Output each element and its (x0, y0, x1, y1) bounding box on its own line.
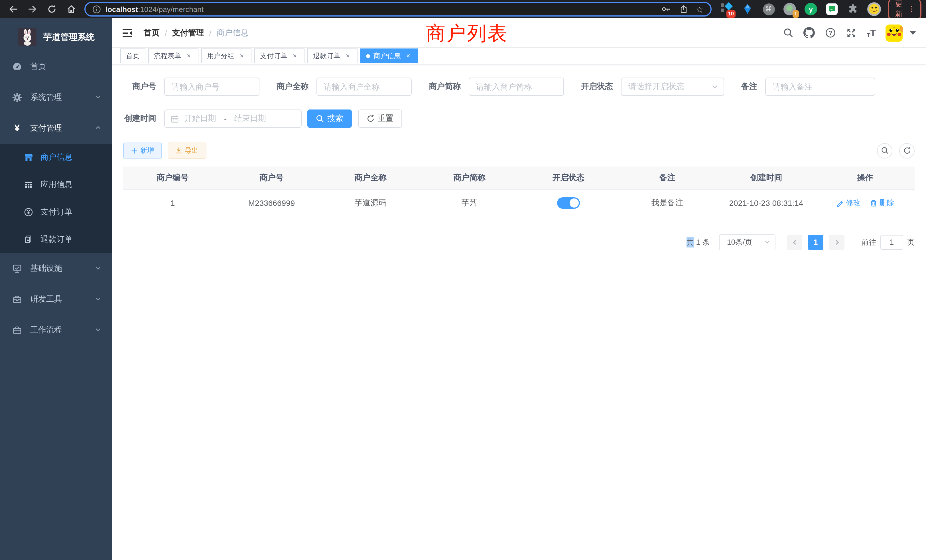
pagination-total: 共1条 (687, 237, 710, 247)
extension-gem-icon[interactable] (741, 2, 754, 16)
sidebar-item-infrastructure[interactable]: 基础设施 (0, 253, 112, 284)
logo-row[interactable]: 芋道管理系统 (0, 18, 112, 50)
col-short-name: 商户简称 (420, 166, 519, 189)
gear-icon (12, 92, 22, 103)
github-icon[interactable] (803, 27, 815, 38)
extension-profile-icon[interactable]: 1 (783, 2, 797, 16)
add-button[interactable]: 新增 (123, 142, 162, 159)
col-merchant-no: 商户号 (222, 166, 321, 189)
reload-icon[interactable] (47, 4, 57, 14)
extension-chat-icon[interactable] (825, 2, 839, 16)
page-size-select[interactable]: 10条/页 (719, 234, 775, 250)
short-name-input[interactable] (469, 77, 564, 96)
breadcrumb-payment[interactable]: 支付管理 (172, 28, 204, 38)
refresh-table-button[interactable] (899, 143, 915, 158)
toggle-search-button[interactable] (877, 143, 892, 158)
sidebar-item-workflow[interactable]: 工作流程 (0, 315, 112, 345)
sidebar-collapse-icon[interactable] (121, 27, 133, 39)
export-button[interactable]: 导出 (168, 142, 206, 159)
search-icon[interactable] (782, 27, 794, 38)
tab-process-form[interactable]: 流程表单× (148, 48, 198, 63)
site-info-icon[interactable] (92, 5, 101, 14)
close-icon[interactable]: × (404, 52, 412, 60)
tab-refund-order[interactable]: 退款订单× (307, 48, 357, 63)
create-time-label: 创建时间 (123, 114, 156, 124)
forward-icon[interactable] (27, 4, 38, 14)
tab-pay-order[interactable]: 支付订单× (254, 48, 304, 63)
pay-circle-icon: ¥ (23, 207, 34, 217)
url-text: localhost:1024/pay/merchant (106, 5, 661, 14)
extension-pin-icon[interactable]: 10 (720, 2, 733, 16)
merchant-no-input[interactable] (164, 77, 259, 96)
bookmark-star-icon[interactable]: ☆ (696, 5, 704, 14)
close-icon[interactable]: × (238, 52, 246, 60)
goto-page-input[interactable] (881, 235, 903, 250)
full-name-label: 商户全称 (277, 82, 309, 92)
shop-icon (23, 152, 34, 162)
topbar-actions: ? TT (782, 24, 916, 41)
font-size-icon[interactable]: TT (867, 28, 876, 38)
address-bar[interactable]: localhost:1024/pay/merchant ☆ (85, 2, 712, 17)
user-avatar[interactable] (885, 24, 903, 41)
app-title: 芋道管理系统 (43, 32, 95, 42)
browser-menu-icon[interactable]: ⋮ (908, 5, 915, 12)
sidebar-item-system[interactable]: 系统管理 (0, 82, 112, 113)
fullscreen-icon[interactable] (846, 27, 857, 38)
download-icon (176, 147, 182, 154)
home-icon[interactable] (66, 4, 76, 14)
full-name-input[interactable] (316, 77, 412, 96)
cell-actions: 修改 删除 (816, 189, 915, 217)
merchant-table: 商户编号 商户号 商户全称 商户简称 开启状态 备注 创建时间 操作 1 (123, 166, 915, 217)
sidebar-item-dev-tools[interactable]: 研发工具 (0, 284, 112, 315)
sidebar-item-refund-order[interactable]: 退款订单 (0, 226, 112, 253)
sidebar-item-pay-order[interactable]: ¥ 支付订单 (0, 198, 112, 226)
sidebar-item-home[interactable]: 首页 (0, 51, 112, 82)
back-icon[interactable] (8, 4, 18, 14)
search-button[interactable]: 搜索 (307, 109, 352, 128)
filter-row-1: 商户号 商户全称 商户简称 开启状态 请选择开启状态 (123, 77, 915, 96)
breadcrumb-home[interactable]: 首页 (144, 28, 160, 38)
extension-y-icon[interactable]: y (804, 2, 818, 16)
close-icon[interactable]: × (344, 52, 352, 60)
extension-command-icon[interactable]: ⌘ (762, 2, 775, 16)
close-icon[interactable]: × (185, 52, 193, 60)
remark-input[interactable] (765, 77, 875, 96)
sidebar-item-payment[interactable]: ¥ 支付管理 (0, 113, 112, 144)
payment-submenu: 商户信息 应用信息 ¥ 支付订单 (0, 144, 112, 253)
date-start-placeholder[interactable]: 开始日期 (184, 114, 216, 124)
close-icon[interactable]: × (291, 52, 299, 60)
prev-page-button[interactable] (787, 235, 802, 250)
cell-short-name: 芋艿 (420, 189, 519, 217)
date-end-placeholder[interactable]: 结束日期 (234, 114, 266, 124)
page-content: 商户号 商户全称 商户简称 开启状态 请选择开启状态 (112, 64, 926, 250)
date-range-picker[interactable]: 开始日期 - 结束日期 (164, 109, 302, 128)
share-icon[interactable] (679, 5, 688, 14)
pagination: 共1条 10条/页 1 前往 页 (123, 234, 915, 250)
reset-button[interactable]: 重置 (358, 109, 402, 128)
pagination-goto: 前往 页 (862, 235, 915, 250)
avatar-caret-icon[interactable] (910, 31, 916, 35)
sidebar-item-app-info[interactable]: 应用信息 (0, 171, 112, 198)
page-number-button[interactable]: 1 (808, 235, 823, 250)
delete-link[interactable]: 删除 (870, 198, 894, 208)
extensions-puzzle-icon[interactable] (846, 2, 860, 16)
tab-user-group[interactable]: 用户分组× (201, 48, 251, 63)
next-page-button[interactable] (829, 235, 844, 250)
status-toggle-on[interactable] (557, 197, 580, 209)
cell-status (519, 189, 618, 217)
status-select[interactable]: 请选择开启状态 (621, 77, 724, 96)
active-dot (366, 54, 370, 58)
tags-view: 首页 流程表单× 用户分组× 支付订单× 退款订单× 商户信息× (112, 48, 926, 64)
breadcrumb: 首页 / 支付管理 / 商户信息 (144, 28, 249, 38)
toolbox-icon (12, 294, 22, 304)
help-icon[interactable]: ? (825, 27, 836, 38)
chevron-left-icon (792, 239, 797, 245)
browser-profile-avatar[interactable] (867, 2, 881, 16)
table-toolbar: 新增 导出 (123, 142, 915, 159)
sidebar-item-merchant-info[interactable]: 商户信息 (0, 144, 112, 171)
edit-link[interactable]: 修改 (836, 198, 861, 208)
tab-home[interactable]: 首页 (120, 48, 145, 63)
tab-merchant-info[interactable]: 商户信息× (360, 48, 418, 63)
password-key-icon[interactable] (661, 4, 671, 14)
briefcase-icon (12, 325, 22, 335)
